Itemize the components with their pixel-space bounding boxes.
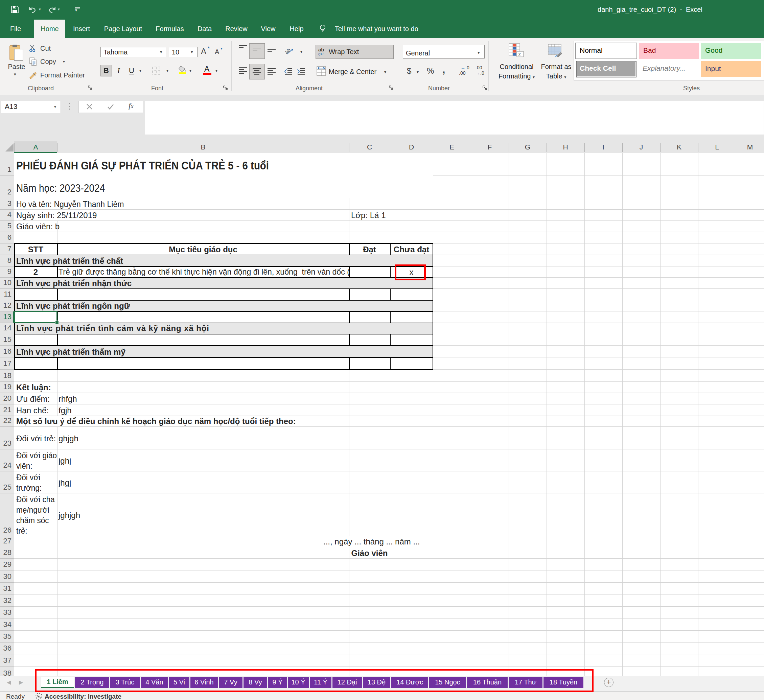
svg-text:≠: ≠: [518, 52, 521, 57]
